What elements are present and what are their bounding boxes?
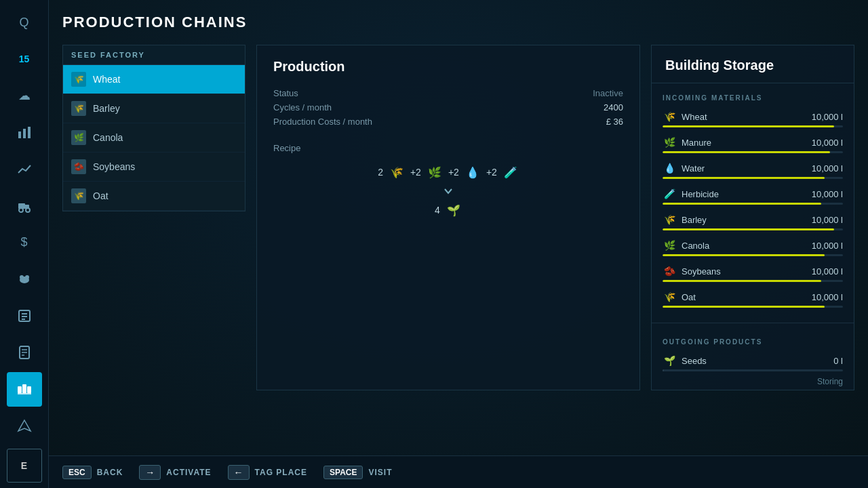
seed-item-canola[interactable]: 🌿 Canola	[63, 123, 245, 152]
activate-key: →	[139, 465, 161, 480]
oat-seed-icon: 🌾	[71, 188, 86, 203]
activate-button[interactable]: → ACTIVATE	[139, 465, 211, 480]
cycles-label: Cycles / month	[273, 102, 579, 113]
storage-item-herbicide: 🧪 Herbicide 10,000 l	[652, 183, 854, 209]
sidebar-item-e[interactable]: E	[7, 449, 42, 483]
esc-key: ESC	[62, 466, 92, 479]
seed-item-label-oat: Oat	[93, 190, 108, 201]
storage-herbicide-icon: 🧪	[663, 187, 676, 201]
tag-place-button[interactable]: ← TAG PLACE	[228, 465, 307, 480]
storage-barley-amount: 10,000 l	[812, 215, 843, 225]
sidebar-item-analytics[interactable]	[7, 152, 42, 186]
svg-point-8	[20, 275, 24, 279]
storage-item-canola: 🌿 Canola 10,000 l	[652, 235, 854, 260]
storage-item-soybeans: 🫘 Soybeans 10,000 l	[652, 260, 854, 286]
sidebar-item-production[interactable]	[7, 372, 42, 406]
seed-factory-panel: SEED FACTORY 🌾 Wheat 🌾 Barley 🌿 Canola 🫘…	[62, 45, 245, 390]
costs-value: £ 36	[593, 117, 623, 127]
visit-label: VISIT	[368, 468, 392, 477]
visit-button[interactable]: SPACE VISIT	[323, 466, 392, 479]
animals-icon	[16, 271, 33, 287]
back-button[interactable]: ESC BACK	[62, 466, 123, 479]
storage-item-wheat: 🌾 Wheat 10,000 l	[652, 106, 854, 131]
e-icon: E	[21, 460, 27, 471]
seed-item-label-canola: Canola	[93, 132, 123, 143]
seed-item-barley[interactable]: 🌾 Barley	[63, 94, 245, 123]
storage-barley-name: Barley	[682, 215, 707, 225]
svg-marker-22	[18, 420, 31, 431]
soybeans-seed-icon: 🫘	[71, 159, 86, 174]
sidebar-item-notes[interactable]	[7, 336, 42, 369]
storage-seeds-amount: 0 l	[833, 356, 843, 366]
svg-rect-1	[23, 129, 26, 138]
svg-rect-6	[24, 205, 29, 209]
production-panel: Production Status Inactive Cycles / mont…	[256, 45, 640, 390]
seed-item-oat[interactable]: 🌾 Oat	[63, 182, 245, 211]
seed-item-soybeans[interactable]: 🫘 Soybeans	[63, 152, 245, 182]
storage-item-barley: 🌾 Barley 10,000 l	[652, 209, 854, 235]
sidebar-item-chart[interactable]	[7, 115, 42, 149]
incoming-header: INCOMING MATERIALS	[652, 90, 854, 106]
svg-rect-19	[22, 384, 26, 393]
recipe-arrow	[273, 186, 623, 197]
svg-point-4	[19, 208, 23, 212]
seed-item-wheat[interactable]: 🌾 Wheat	[63, 65, 245, 94]
storage-herbicide-amount: 10,000 l	[812, 189, 843, 199]
storage-herbicide-name: Herbicide	[682, 189, 719, 199]
recipe-plus-3: +2	[486, 167, 497, 178]
visit-key: SPACE	[323, 466, 363, 479]
production-icon	[16, 381, 33, 397]
recipe-output-amount: 4	[435, 205, 440, 216]
storage-soybeans-name: Soybeans	[682, 266, 721, 277]
storage-manure-amount: 10,000 l	[812, 138, 843, 148]
sidebar-item-tractor[interactable]	[7, 189, 42, 223]
sidebar-item-calendar[interactable]: 15	[7, 42, 42, 76]
storage-canola-name: Canola	[682, 241, 709, 251]
recipe-amount-1: 2	[378, 167, 383, 178]
analytics-icon	[17, 162, 32, 177]
cycles-value: 2400	[593, 102, 623, 113]
recipe-output: 4 🌱	[273, 202, 623, 218]
tractor-icon	[16, 198, 33, 214]
barley-seed-icon: 🌾	[71, 101, 86, 116]
recipe-icon-water: 💧	[465, 164, 481, 180]
building-storage-title: Building Storage	[652, 45, 854, 83]
sidebar-item-map[interactable]	[7, 409, 42, 443]
q-icon: Q	[19, 16, 28, 30]
status-label: Status	[273, 88, 579, 98]
production-stats: Status Inactive Cycles / month 2400 Prod…	[273, 88, 623, 127]
canola-seed-icon: 🌿	[71, 130, 86, 145]
seed-item-label-barley: Barley	[93, 103, 120, 114]
status-value: Inactive	[593, 88, 623, 98]
building-storage-panel: Building Storage INCOMING MATERIALS 🌾 Wh…	[651, 45, 854, 390]
tag-place-key: ←	[228, 465, 250, 480]
sidebar-item-q[interactable]: Q	[7, 5, 42, 39]
storage-oat-icon: 🌾	[663, 290, 676, 304]
recipe-icon-manure: 🌿	[427, 164, 443, 180]
recipe-icon-wheat: 🌾	[389, 164, 405, 180]
storage-item-manure: 🌿 Manure 10,000 l	[652, 131, 854, 157]
storing-status: Storing	[652, 375, 854, 388]
outgoing-header: OUTGOING PRODUCTS	[652, 334, 854, 350]
storage-item-seeds: 🌱 Seeds 0 l	[652, 350, 854, 375]
recipe-plus-1: +2	[410, 167, 421, 178]
sidebar-item-tasks[interactable]	[7, 299, 42, 333]
storage-wheat-icon: 🌾	[663, 110, 676, 123]
calendar-icon: 15	[19, 54, 30, 64]
chart-icon	[17, 125, 32, 140]
notes-icon	[17, 345, 32, 360]
costs-label: Production Costs / month	[273, 117, 579, 127]
storage-item-water: 💧 Water 10,000 l	[652, 157, 854, 183]
storage-seeds-icon: 🌱	[663, 354, 676, 367]
recipe-icon-herbicide: 🧪	[502, 164, 519, 180]
production-title: Production	[273, 59, 623, 75]
tasks-icon	[17, 308, 32, 323]
sidebar-item-money[interactable]: $	[7, 226, 42, 260]
sidebar-item-animals[interactable]	[7, 262, 42, 296]
seed-factory-title: SEED FACTORY	[63, 45, 245, 65]
recipe-plus-2: +2	[448, 167, 459, 178]
sidebar-item-weather[interactable]: ☁	[7, 79, 42, 113]
panels-row: SEED FACTORY 🌾 Wheat 🌾 Barley 🌿 Canola 🫘…	[62, 45, 854, 390]
back-label: BACK	[97, 468, 123, 477]
storage-wheat-amount: 10,000 l	[812, 112, 843, 122]
